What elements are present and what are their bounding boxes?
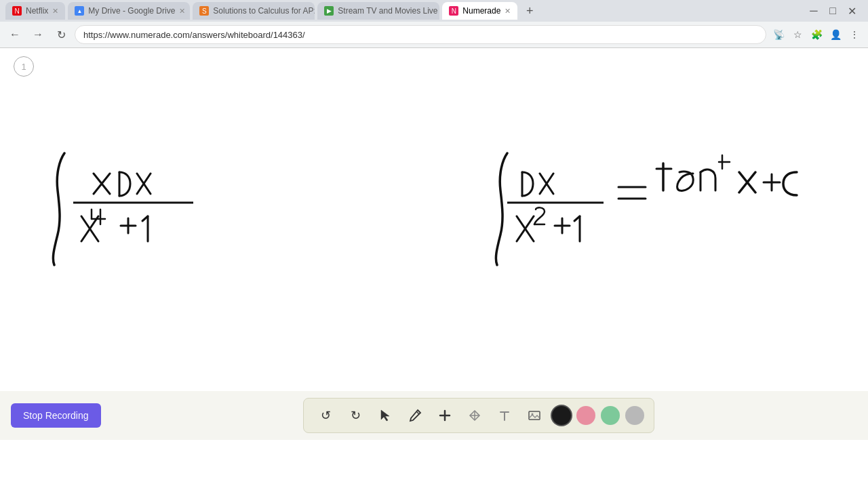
minimize-button[interactable]: ─ [808, 5, 819, 16]
numerade-favicon: N [449, 6, 458, 16]
highlighter-button[interactable] [462, 403, 487, 428]
tab-googledrive-label: My Drive - Google Drive [88, 6, 175, 16]
refresh-button[interactable]: ↻ [52, 25, 71, 44]
add-icon [438, 409, 452, 422]
stop-recording-button[interactable]: Stop Recording [11, 403, 101, 428]
calculus-favicon: S [199, 6, 209, 16]
add-button[interactable] [433, 403, 457, 428]
tab-numerade-label: Numerade [462, 6, 500, 16]
forward-button[interactable]: → [28, 25, 47, 44]
pen-button[interactable] [403, 403, 427, 428]
tab-calculus-label: Solutions to Calculus for AP: Ea... [213, 6, 315, 16]
window-controls: ─ □ ✕ [808, 5, 863, 16]
cast-icon[interactable]: 📡 [770, 26, 787, 43]
page-number: 1 [21, 62, 26, 72]
tab-numerade[interactable]: N Numerade ✕ [442, 2, 517, 20]
arrow-icon [378, 409, 392, 422]
address-bar[interactable]: https://www.numerade.com/answers/whitebo… [75, 25, 766, 44]
new-tab-button[interactable]: + [520, 1, 539, 20]
text-button[interactable] [492, 403, 517, 428]
math-content [0, 48, 868, 440]
whiteboard: 1 [0, 48, 868, 440]
bookmark-icon[interactable]: ☆ [789, 26, 806, 43]
maximize-button[interactable]: □ [827, 5, 838, 16]
tab-netflix-label: Netflix [26, 6, 48, 16]
title-bar: N Netflix ✕ ▲ My Drive - Google Drive ✕ … [0, 0, 868, 22]
netflix-favicon: N [12, 6, 22, 16]
url-text: https://www.numerade.com/answers/whitebo… [83, 30, 305, 40]
pen-icon [408, 409, 422, 422]
tab-netflix[interactable]: N Netflix ✕ [5, 2, 65, 20]
tab-googledrive-close[interactable]: ✕ [179, 7, 185, 16]
highlighter-icon [468, 409, 481, 422]
profile-icon[interactable]: 👤 [827, 26, 844, 43]
tab-netflix-close[interactable]: ✕ [52, 7, 58, 16]
text-icon [498, 409, 511, 422]
color-gray[interactable] [625, 406, 644, 425]
toolbar-container: ↺ ↻ [303, 398, 654, 433]
image-icon [528, 409, 541, 422]
tab-numerade-close[interactable]: ✕ [505, 7, 511, 16]
image-button[interactable] [522, 403, 547, 428]
back-button[interactable]: ← [5, 25, 24, 44]
menu-icon[interactable]: ⋮ [846, 26, 863, 43]
color-pink[interactable] [576, 406, 595, 425]
tab-calculus[interactable]: S Solutions to Calculus for AP: Ea... ✕ [193, 2, 315, 20]
tab-stream[interactable]: ▶ Stream TV and Movies Live and ... ✕ [317, 2, 439, 20]
nav-extras: 📡 ☆ 🧩 👤 ⋮ [770, 26, 863, 43]
close-button[interactable]: ✕ [846, 5, 857, 16]
nav-bar: ← → ↻ https://www.numerade.com/answers/w… [0, 22, 868, 47]
bottom-bar: Stop Recording ↺ ↻ [0, 391, 868, 440]
extension-icon[interactable]: 🧩 [808, 26, 825, 43]
redo-button[interactable]: ↻ [343, 403, 368, 428]
tab-stream-label: Stream TV and Movies Live and ... [338, 6, 439, 16]
select-button[interactable] [373, 403, 397, 428]
page-indicator: 1 [14, 56, 34, 77]
browser-chrome: N Netflix ✕ ▲ My Drive - Google Drive ✕ … [0, 0, 868, 48]
color-green[interactable] [601, 406, 620, 425]
tab-googledrive[interactable]: ▲ My Drive - Google Drive ✕ [68, 2, 190, 20]
svg-rect-17 [529, 411, 540, 420]
color-black[interactable] [552, 406, 571, 425]
stream-favicon: ▶ [324, 6, 334, 16]
undo-button[interactable]: ↺ [313, 403, 338, 428]
googledrive-favicon: ▲ [75, 6, 84, 16]
